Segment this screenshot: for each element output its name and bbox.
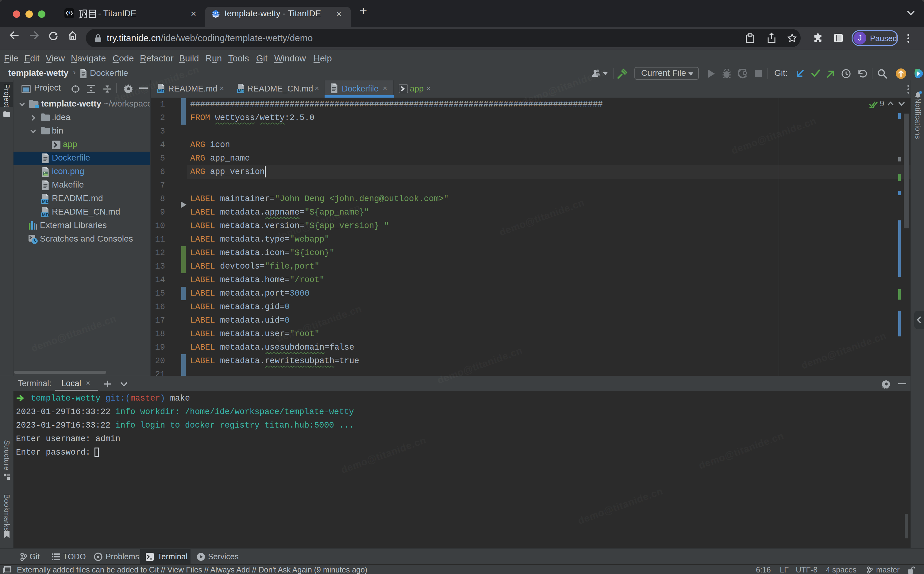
svg-text:MD: MD <box>42 212 49 217</box>
svg-text:MD: MD <box>158 88 165 93</box>
svg-text:MD: MD <box>238 88 245 93</box>
svg-text:MD: MD <box>42 199 49 204</box>
